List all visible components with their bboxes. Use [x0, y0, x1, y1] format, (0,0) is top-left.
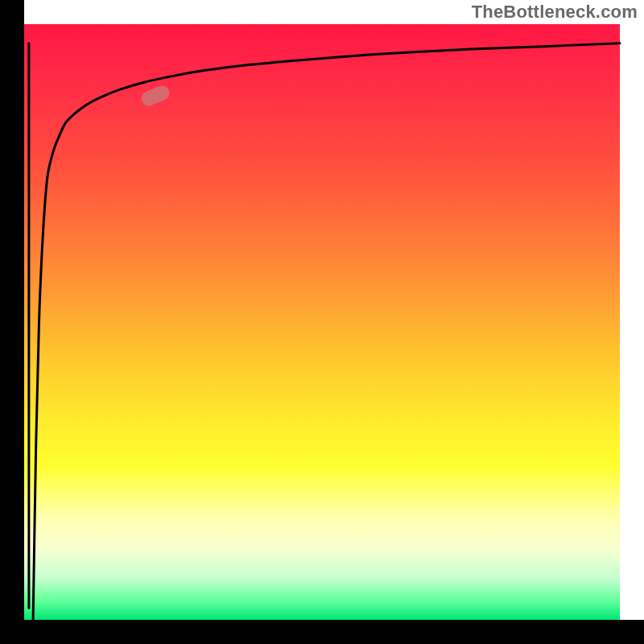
y-axis-bar: [0, 0, 24, 644]
watermark-text: TheBottleneck.com: [472, 2, 638, 23]
x-axis-bar: [0, 620, 644, 644]
performance-curve: [33, 43, 620, 620]
chart-curve-svg: [24, 24, 620, 620]
chart-stage: TheBottleneck.com: [0, 0, 644, 644]
